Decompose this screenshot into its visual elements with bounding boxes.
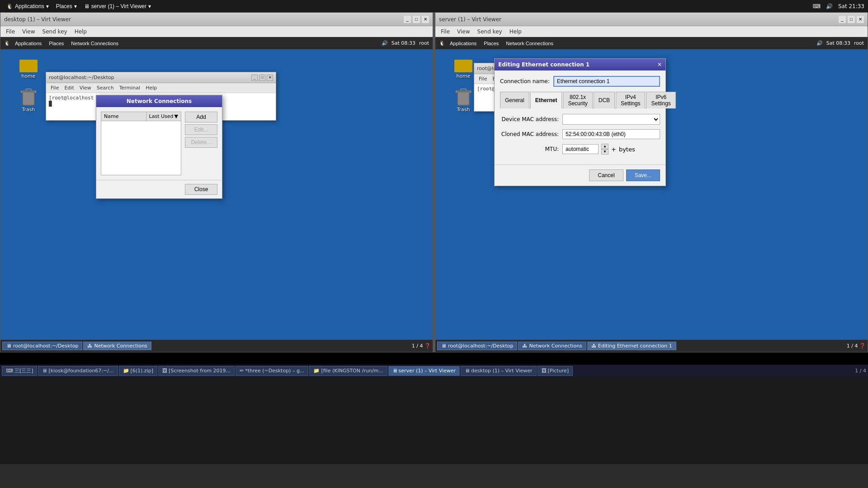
left-menu-view[interactable]: View xyxy=(19,28,38,36)
right-mtu-up[interactable]: ▲ xyxy=(601,144,609,149)
os-task-0[interactable]: ⌨ 三[三三] xyxy=(2,366,37,376)
left-help-icon[interactable]: ❓ xyxy=(425,343,431,349)
left-window-title: desktop (1) – Virt Viewer xyxy=(4,16,71,23)
volume-icon: 🔊 xyxy=(826,3,833,9)
left-task-terminal-icon: 🖥 xyxy=(6,343,11,349)
right-task-edit[interactable]: 🖧 Editing Ethernet connection 1 xyxy=(587,342,676,350)
right-tab-ipv4[interactable]: IPv4 Settings xyxy=(616,92,645,108)
right-task-netconn[interactable]: 🖧 Network Connections xyxy=(518,342,586,350)
right-panel-apps[interactable]: Applications xyxy=(447,40,479,47)
os-task-7-label: desktop (1) – Virt Viewer xyxy=(471,368,533,374)
right-menu-help[interactable]: Help xyxy=(506,28,525,36)
right-mtu-plus[interactable]: + xyxy=(611,146,616,153)
left-maximize-btn[interactable]: □ xyxy=(413,16,420,23)
left-panel-netconn[interactable]: Network Connections xyxy=(68,40,121,47)
left-term-minimize[interactable]: _ xyxy=(251,75,258,81)
right-task-netconn-label: Network Connections xyxy=(529,343,582,349)
left-term-help[interactable]: Help xyxy=(143,84,160,91)
left-trash-icon[interactable]: Trash xyxy=(14,88,43,113)
left-terminal-titlebar: root@localhost:~/Desktop _ □ ✕ xyxy=(46,72,276,83)
left-col-lastused[interactable]: Last Used ▼ xyxy=(146,112,181,121)
right-save-btn[interactable]: Save... xyxy=(626,169,660,181)
os-task-5-icon: 📁 xyxy=(313,368,320,374)
right-task-terminal-label: root@localhost:~/Desktop xyxy=(448,343,513,349)
os-task-0-label: 三[三三] xyxy=(14,367,33,374)
left-add-btn[interactable]: Add xyxy=(185,112,217,122)
left-task-netconn[interactable]: 🖧 Network Connections xyxy=(83,342,151,350)
left-delete-btn[interactable]: Delete... xyxy=(185,137,217,148)
right-help-icon[interactable]: ❓ xyxy=(859,343,866,349)
left-panel-apps[interactable]: Applications xyxy=(12,40,44,47)
os-task-4-label: *three (~Desktop) – g... xyxy=(245,368,304,374)
os-task-5[interactable]: 📁 [file (KINGSTON /run/m... xyxy=(309,366,387,376)
right-pagination: 1 / 4 xyxy=(847,343,858,349)
left-panel-icon: 🐧 xyxy=(4,40,10,46)
right-edit-footer: Cancel Save... xyxy=(495,164,665,186)
left-home-label: home xyxy=(21,73,35,79)
right-virt-viewer: server (1) – Virt Viewer _ □ ✕ File View… xyxy=(435,12,868,352)
right-tab-8021x[interactable]: 802.1x Security xyxy=(563,92,592,108)
right-mtu-label: MTU: xyxy=(500,146,559,152)
right-mtu-down[interactable]: ▼ xyxy=(601,149,609,155)
window-label[interactable]: 🖥 server (1) – Virt Viewer ▾ xyxy=(81,2,154,10)
left-close-btn[interactable]: ✕ xyxy=(422,16,429,23)
right-maximize-btn[interactable]: □ xyxy=(848,16,855,23)
right-panel-netconn[interactable]: Network Connections xyxy=(503,40,556,47)
applications-menu[interactable]: 🐧 Applications ▾ xyxy=(4,2,52,10)
right-tab-ethernet[interactable]: Ethernet xyxy=(530,92,562,108)
left-term-close[interactable]: ✕ xyxy=(267,75,273,81)
os-task-6[interactable]: 🖥 server (1) – Virt Viewer xyxy=(388,366,460,376)
os-taskbar: ⌨ 三[三三] 🖥 [kiosk@foundation67:~/... 📁 [6… xyxy=(0,365,868,377)
os-task-1[interactable]: 🖥 [kiosk@foundation67:~/... xyxy=(38,366,118,376)
left-panel-places[interactable]: Places xyxy=(46,40,66,47)
right-device-mac-select[interactable] xyxy=(562,114,660,125)
left-task-terminal[interactable]: 🖥 root@localhost:~/Desktop xyxy=(2,342,82,350)
right-tab-dcb[interactable]: DCB xyxy=(594,92,615,108)
input-icon: ⌨ xyxy=(813,3,821,9)
os-task-8-icon: 🖼 xyxy=(542,368,547,374)
left-vm-panel: 🐧 Applications Places Network Connection… xyxy=(0,37,433,49)
right-mtu-input[interactable] xyxy=(562,144,599,154)
left-menu-file[interactable]: File xyxy=(2,28,19,36)
os-task-2[interactable]: 📁 [6(1).zip] xyxy=(119,366,157,376)
left-menu-sendkey[interactable]: Send key xyxy=(39,28,71,36)
os-task-8[interactable]: 🖼 [Picture] xyxy=(538,366,573,376)
os-task-7[interactable]: 🖥 desktop (1) – Virt Viewer xyxy=(461,366,537,376)
places-menu[interactable]: Places ▾ xyxy=(53,2,80,10)
apps-icon: 🐧 xyxy=(6,3,13,9)
right-edit-close[interactable]: ✕ xyxy=(657,61,662,68)
left-terminal-menubar: File Edit View Search Terminal Help xyxy=(46,83,276,93)
right-panel-places[interactable]: Places xyxy=(481,40,501,47)
right-close-btn[interactable]: ✕ xyxy=(857,16,864,23)
right-term-file[interactable]: File xyxy=(476,75,490,82)
os-task-3[interactable]: 🖼 [Screenshot from 2019... xyxy=(158,366,235,376)
right-tab-ipv6[interactable]: IPv6 Settings xyxy=(646,92,675,108)
left-minimize-btn[interactable]: _ xyxy=(404,16,411,23)
left-edit-btn[interactable]: Edit... xyxy=(185,124,217,135)
right-menu-sendkey[interactable]: Send key xyxy=(474,28,506,36)
right-conn-name-input[interactable] xyxy=(553,76,660,87)
right-titlebar: server (1) – Virt Viewer _ □ ✕ xyxy=(435,13,868,26)
left-menu-help[interactable]: Help xyxy=(71,28,90,36)
right-task-terminal[interactable]: 🖥 root@localhost:~/Desktop xyxy=(437,342,517,350)
right-device-mac-label: Device MAC address: xyxy=(500,116,559,122)
os-pagination: 1 / 4 xyxy=(855,368,866,374)
right-tab-general[interactable]: General xyxy=(500,92,529,108)
left-home-icon[interactable]: home xyxy=(14,56,43,79)
left-term-search[interactable]: Search xyxy=(94,84,117,91)
left-term-edit[interactable]: Edit xyxy=(61,84,76,91)
left-term-view[interactable]: View xyxy=(77,84,94,91)
left-term-maximize[interactable]: □ xyxy=(259,75,265,81)
right-cloned-mac-input[interactable] xyxy=(562,129,660,139)
left-term-terminal[interactable]: Terminal xyxy=(117,84,143,91)
right-cancel-btn[interactable]: Cancel xyxy=(589,169,623,181)
right-virt-menubar: File View Send key Help xyxy=(435,26,868,37)
right-minimize-btn[interactable]: _ xyxy=(839,16,846,23)
os-task-4[interactable]: ✏ *three (~Desktop) – g... xyxy=(236,366,308,376)
right-task-edit-label: Editing Ethernet connection 1 xyxy=(598,343,672,349)
right-menu-file[interactable]: File xyxy=(437,28,453,36)
right-menu-view[interactable]: View xyxy=(453,28,473,36)
left-close-btn[interactable]: Close xyxy=(185,184,217,195)
left-term-file[interactable]: File xyxy=(48,84,61,91)
right-vm-panel-left: 🐧 Applications Places Network Connection… xyxy=(439,40,556,47)
